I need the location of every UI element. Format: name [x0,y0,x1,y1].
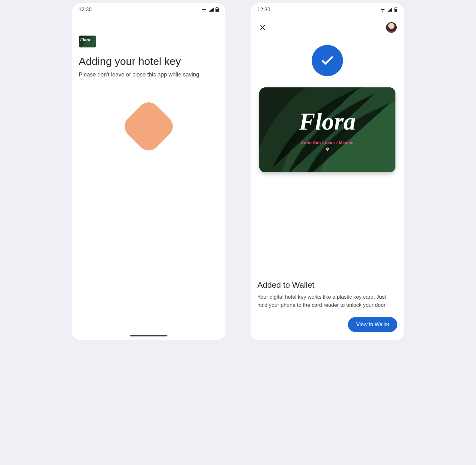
status-icons [380,7,397,12]
wifi-icon [201,7,207,12]
success-title: Added to Wallet [250,280,404,290]
cell-signal-icon [387,7,392,12]
home-indicator[interactable] [130,335,167,336]
wifi-icon [380,7,385,12]
close-button[interactable] [257,22,268,33]
phone-loading: 12:30 Flora Adding your hotel key [72,3,226,340]
close-icon [259,24,266,31]
battery-icon [394,7,397,12]
phone-success: 12:30 [250,3,404,340]
top-bar [250,21,404,34]
sparkle-icon: ✻ [259,147,395,152]
brand-logo-text: Flora [259,109,395,134]
brand-logo-text: Flora [80,37,90,42]
battery-icon [216,7,219,12]
hotel-card-thumbnail: Flora [79,36,96,47]
status-bar: 12:30 [250,4,404,16]
profile-avatar[interactable] [385,22,397,33]
status-icons [201,7,219,12]
checkmark-icon [319,52,335,69]
status-bar: 12:30 [72,4,226,16]
success-badge [312,45,343,76]
status-time: 12:30 [257,7,270,12]
svg-rect-2 [395,9,397,12]
cell-signal-icon [209,7,214,12]
success-description: Your digital hotel key works like a plas… [250,293,404,309]
hotel-key-card[interactable]: Flora Cabo San Lucas • Mexico ✻ [259,87,395,172]
view-in-wallet-button[interactable]: View in Wallet [348,317,397,332]
svg-rect-0 [216,9,218,12]
page-subtitle: Please don't leave or close this app whi… [79,71,219,78]
loading-spinner [120,98,177,155]
card-location: Cabo San Lucas • Mexico [259,140,395,145]
page-title: Adding your hotel key [79,55,219,68]
status-time: 12:30 [79,7,92,12]
avatar-image [386,22,397,33]
